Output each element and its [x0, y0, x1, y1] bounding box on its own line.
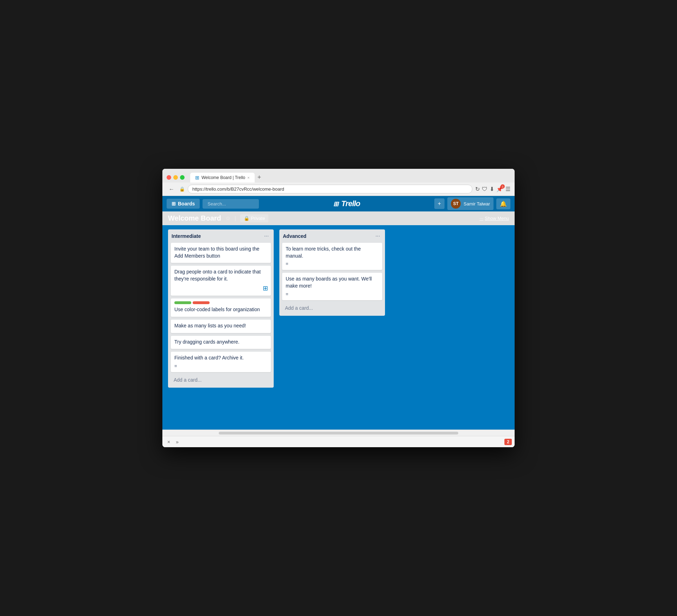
- trello-nav: ⊞ Boards ⊞ Trello + ST Samir Talwar 🔔: [162, 196, 515, 211]
- description-icon: ≡: [286, 291, 379, 297]
- user-button[interactable]: ST Samir Talwar: [447, 197, 493, 210]
- list-header-intermediate: Intermediate ···: [171, 232, 271, 240]
- trello-logo-text: Trello: [341, 199, 360, 208]
- card-text: Try dragging cards anywhere.: [174, 339, 267, 346]
- card-learn-tricks[interactable]: To learn more tricks, check out the manu…: [282, 243, 382, 270]
- board-header: Welcome Board ☆ | 🔒 Private ··· Show Men…: [162, 211, 515, 225]
- card-text: Invite your team to this board using the…: [174, 246, 267, 259]
- toolbar-icons: ↻ 🛡 ⬇ 📌 1 ☰: [475, 186, 510, 192]
- scroll-indicator[interactable]: [219, 432, 458, 435]
- traffic-lights: [167, 175, 185, 180]
- download-icon: ⬇: [490, 186, 494, 192]
- title-bar: ⊞ Welcome Board | Trello × +: [162, 169, 515, 183]
- list-title-advanced: Advanced: [283, 233, 306, 239]
- card-text: Use color-coded labels for organization: [174, 306, 267, 313]
- board-title: Welcome Board: [168, 214, 221, 222]
- refresh-button[interactable]: ↻: [475, 186, 480, 192]
- add-card-button-intermediate[interactable]: Add a card...: [171, 375, 271, 385]
- extension-badge: 1: [501, 184, 505, 189]
- card-archive[interactable]: Finished with a card? Archive it. ≡: [171, 352, 271, 372]
- boards-icon: ⊞: [172, 201, 176, 207]
- shield-icon: 🛡: [482, 186, 487, 192]
- minimize-traffic-light[interactable]: [173, 175, 178, 180]
- boards-button[interactable]: ⊞ Boards: [167, 199, 200, 209]
- bottom-badge: 2: [504, 439, 512, 445]
- search-input[interactable]: [203, 199, 259, 209]
- list-advanced: Advanced ··· To learn more tricks, check…: [279, 229, 385, 316]
- trello-icon: ⊞: [263, 284, 268, 293]
- card-text: To learn more tricks, check out the manu…: [286, 246, 379, 259]
- card-color-labels[interactable]: Use color-coded labels for organization: [171, 298, 271, 317]
- close-traffic-light[interactable]: [167, 175, 171, 180]
- show-menu-button[interactable]: ··· Show Menu: [480, 216, 509, 221]
- tab-title: Welcome Board | Trello: [201, 175, 245, 180]
- show-menu-label: Show Menu: [485, 216, 509, 221]
- list-menu-button-intermediate[interactable]: ···: [263, 232, 270, 240]
- tab-close-button[interactable]: ×: [247, 175, 249, 180]
- address-bar: ← 🔒 ↻ 🛡 ⬇ 📌 1 ☰: [162, 183, 515, 196]
- active-tab[interactable]: ⊞ Welcome Board | Trello ×: [190, 173, 255, 183]
- label-green: [174, 301, 191, 304]
- card-drag-anywhere[interactable]: Try dragging cards anywhere.: [171, 336, 271, 349]
- trello-logo-icon: ⊞: [333, 200, 338, 208]
- card-invite-team[interactable]: Invite your team to this board using the…: [171, 243, 271, 263]
- add-button[interactable]: +: [434, 198, 445, 209]
- description-icon: ≡: [174, 363, 267, 369]
- privacy-label: Private: [251, 216, 265, 221]
- trello-tab-icon: ⊞: [195, 175, 199, 180]
- boards-label: Boards: [178, 201, 195, 207]
- divider: |: [235, 215, 236, 222]
- card-drag-people[interactable]: Drag people onto a card to indicate that…: [171, 266, 271, 296]
- back-button[interactable]: ←: [167, 185, 176, 193]
- security-icon: 🔒: [179, 186, 185, 192]
- extensions-icon[interactable]: 📌 1: [496, 186, 503, 192]
- card-text: Use as many boards as you want. We'll ma…: [286, 276, 379, 289]
- card-text: Finished with a card? Archive it.: [174, 355, 267, 362]
- card-labels: [174, 301, 267, 304]
- list-menu-button-advanced[interactable]: ···: [374, 232, 381, 240]
- notifications-button[interactable]: 🔔: [496, 198, 510, 209]
- menu-icon[interactable]: ☰: [505, 186, 510, 192]
- maximize-traffic-light[interactable]: [180, 175, 185, 180]
- browser-window: ⊞ Welcome Board | Trello × + ← 🔒 ↻ 🛡 ⬇ 📌…: [162, 169, 515, 447]
- bottom-forward-button[interactable]: »: [174, 438, 181, 446]
- card-many-boards[interactable]: Use as many boards as you want. We'll ma…: [282, 273, 382, 300]
- label-red: [193, 301, 210, 304]
- address-input[interactable]: [188, 185, 472, 193]
- trello-logo: ⊞ Trello: [262, 199, 431, 208]
- card-many-lists[interactable]: Make as many lists as you need!: [171, 320, 271, 333]
- star-icon[interactable]: ☆: [225, 215, 230, 222]
- board-content: Intermediate ··· Invite your team to thi…: [162, 225, 515, 430]
- user-name: Samir Talwar: [464, 201, 490, 207]
- lock-icon: 🔒: [244, 216, 249, 221]
- privacy-button[interactable]: 🔒 Private: [240, 214, 268, 222]
- card-text: Drag people onto a card to indicate that…: [174, 269, 267, 282]
- card-text: Make as many lists as you need!: [174, 322, 267, 329]
- list-header-advanced: Advanced ···: [282, 232, 382, 240]
- list-title-intermediate: Intermediate: [172, 233, 201, 239]
- add-card-button-advanced[interactable]: Add a card...: [282, 303, 382, 313]
- new-tab-button[interactable]: +: [255, 172, 264, 183]
- status-bar: [162, 430, 515, 436]
- description-icon: ≡: [286, 261, 379, 267]
- bottom-bar: × » 2: [162, 436, 515, 447]
- bottom-close-button[interactable]: ×: [165, 438, 172, 446]
- show-menu-dots: ···: [480, 216, 484, 221]
- avatar: ST: [451, 199, 461, 209]
- tab-bar: ⊞ Welcome Board | Trello × +: [190, 172, 510, 183]
- nav-right: + ST Samir Talwar 🔔: [434, 197, 510, 210]
- list-intermediate: Intermediate ··· Invite your team to thi…: [168, 229, 274, 388]
